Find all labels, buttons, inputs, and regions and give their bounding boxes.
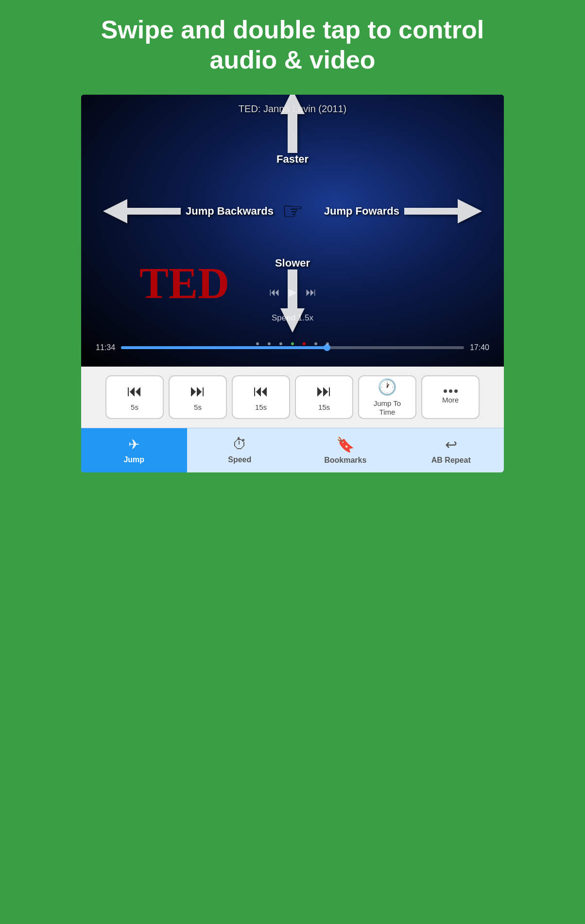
next-icon: ⏭ <box>306 286 316 299</box>
progress-bar-area: 11:34 17:40 <box>81 343 504 352</box>
video-screen[interactable]: TED: Janna Levin (2011) TED Faster Slowe <box>81 95 504 367</box>
jump-icon: ✈ <box>128 437 139 453</box>
speed-display: Speed 1.5x <box>272 313 313 323</box>
nav-speed-label: Speed <box>228 455 251 464</box>
jump-backwards-label: Jump Backwards <box>186 205 274 218</box>
rewind-15s-button[interactable]: ⏮ 15s <box>232 375 290 419</box>
gesture-arrows: Faster Slower Jump Backwar <box>239 138 346 284</box>
bookmark-icon: 🔖 <box>336 436 354 453</box>
forward-15s-icon: ⏭ <box>316 382 332 400</box>
time-end: 17:40 <box>470 343 489 352</box>
jump-to-time-label: Jump ToTime <box>374 399 401 417</box>
svg-marker-0 <box>280 95 305 153</box>
progress-track[interactable] <box>121 346 464 349</box>
nav-speed[interactable]: ⏱ Speed <box>187 428 293 472</box>
svg-marker-3 <box>404 199 482 223</box>
rewind-5s-button[interactable]: ⏮ 5s <box>105 375 164 419</box>
rewind-5s-icon: ⏮ <box>127 382 142 400</box>
gesture-overlay: Faster Slower Jump Backwar <box>81 95 504 328</box>
ab-repeat-icon: ↩ <box>445 436 457 453</box>
forward-15s-button[interactable]: ⏭ 15s <box>295 375 353 419</box>
nav-jump[interactable]: ✈ Jump <box>81 428 187 472</box>
svg-marker-1 <box>280 269 305 333</box>
rewind-5s-label: 5s <box>131 403 138 412</box>
progress-fill <box>121 346 327 349</box>
jump-forwards-label: Jump Fowards <box>324 205 399 218</box>
time-start: 11:34 <box>96 343 115 352</box>
nav-bookmarks-label: Bookmarks <box>324 456 366 465</box>
chapter-dot-7 <box>326 342 329 345</box>
svg-marker-2 <box>103 199 181 223</box>
chapter-dot-3 <box>279 342 282 345</box>
clock-icon: 🕐 <box>378 378 397 396</box>
video-container: TED: Janna Levin (2011) TED Faster Slowe <box>81 95 504 472</box>
speed-icon: ⏱ <box>232 436 247 453</box>
forward-5s-button[interactable]: ⏭ 5s <box>169 375 227 419</box>
forward-5s-label: 5s <box>194 403 202 412</box>
jump-forwards-gesture: Jump Fowards <box>324 199 482 223</box>
play-icon: ▶ <box>289 286 297 299</box>
prev-icon: ⏮ <box>269 286 280 299</box>
more-button[interactable]: More <box>421 375 480 419</box>
faster-gesture: Faster <box>276 95 309 166</box>
rewind-15s-label: 15s <box>255 403 267 412</box>
hand-cursor-icon: ☞ <box>282 197 304 225</box>
chapter-dot-4 <box>291 342 294 345</box>
chapter-dot-5 <box>303 342 306 345</box>
more-label: More <box>442 396 459 404</box>
nav-ab-repeat-label: AB Repeat <box>431 456 471 465</box>
bottom-nav: ✈ Jump ⏱ Speed 🔖 Bookmarks ↩ AB Repeat <box>81 428 504 472</box>
page-title: Swipe and double tap to control audio & … <box>74 15 511 75</box>
app-container: TED: Janna Levin (2011) TED Faster Slowe <box>81 95 504 472</box>
chapter-dots <box>121 342 464 345</box>
nav-jump-label: Jump <box>123 455 144 464</box>
controls-bar: ⏮ 5s ⏭ 5s ⏮ 15s ⏭ 15s 🕐 Jump ToTime <box>81 367 504 428</box>
jump-backwards-gesture: Jump Backwards <box>103 199 274 223</box>
forward-15s-label: 15s <box>318 403 330 412</box>
forward-5s-icon: ⏭ <box>190 382 206 400</box>
nav-ab-repeat[interactable]: ↩ AB Repeat <box>398 428 504 472</box>
chapter-dot-2 <box>268 342 271 345</box>
faster-label: Faster <box>276 153 309 166</box>
more-icon <box>444 389 458 393</box>
chapter-dot-1 <box>256 342 259 345</box>
slower-label: Slower <box>275 257 310 269</box>
nav-bookmarks[interactable]: 🔖 Bookmarks <box>292 428 398 472</box>
progress-thumb <box>324 344 330 351</box>
jump-to-time-button[interactable]: 🕐 Jump ToTime <box>358 375 416 419</box>
rewind-15s-icon: ⏮ <box>253 382 269 400</box>
chapter-dot-6 <box>314 342 317 345</box>
